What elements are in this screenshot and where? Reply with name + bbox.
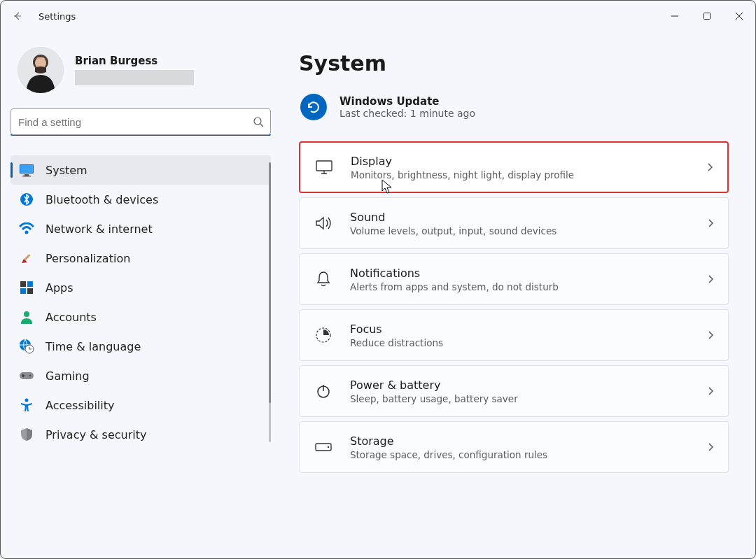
- back-button[interactable]: [1, 10, 34, 22]
- nav: System Bluetooth & devices Network & int…: [10, 155, 271, 449]
- arrow-left-icon: [12, 10, 23, 22]
- sidebar-item-time-language[interactable]: Time & language: [10, 332, 271, 361]
- card-focus[interactable]: Focus Reduce distractions: [299, 309, 729, 361]
- search-icon: [246, 116, 270, 127]
- card-title: Storage: [350, 434, 690, 448]
- avatar-photo: [18, 47, 64, 93]
- profile-block[interactable]: Brian Burgess: [10, 40, 271, 108]
- sidebar-item-label: Gaming: [46, 369, 90, 383]
- monitor-icon: [19, 162, 34, 178]
- sidebar-item-label: Accounts: [46, 311, 97, 324]
- update-subtitle: Last checked: 1 minute ago: [340, 108, 475, 119]
- sidebar-item-label: Apps: [46, 281, 74, 295]
- card-storage[interactable]: Storage Storage space, drives, configura…: [299, 421, 729, 473]
- sidebar-item-bluetooth[interactable]: Bluetooth & devices: [10, 185, 271, 214]
- svg-point-26: [29, 375, 31, 376]
- card-title: Notifications: [350, 267, 690, 280]
- svg-rect-11: [20, 165, 33, 173]
- window-maximize-button[interactable]: [691, 5, 723, 27]
- card-subtitle: Sleep, battery usage, battery saver: [350, 393, 690, 404]
- card-subtitle: Monitors, brightness, night light, displ…: [351, 169, 690, 181]
- card-power-battery[interactable]: Power & battery Sleep, battery usage, ba…: [299, 365, 729, 417]
- paintbrush-icon: [19, 250, 34, 266]
- storage-icon: [314, 437, 333, 457]
- card-subtitle: Volume levels, output, input, sound devi…: [350, 225, 690, 236]
- card-subtitle: Reduce distractions: [350, 337, 690, 348]
- update-icon: [300, 94, 327, 120]
- person-icon: [19, 309, 34, 325]
- svg-rect-18: [27, 281, 33, 287]
- sidebar-item-accounts[interactable]: Accounts: [10, 302, 271, 332]
- svg-rect-12: [24, 174, 29, 176]
- svg-point-15: [25, 231, 29, 234]
- sidebar-item-label: Bluetooth & devices: [46, 193, 158, 206]
- card-display[interactable]: Display Monitors, brightness, night ligh…: [299, 141, 729, 193]
- svg-rect-19: [20, 288, 26, 294]
- svg-rect-30: [316, 161, 332, 171]
- chevron-right-icon: [707, 218, 714, 229]
- globe-clock-icon: [19, 339, 34, 354]
- svg-rect-28: [22, 374, 24, 377]
- windows-update-row[interactable]: Windows Update Last checked: 1 minute ag…: [299, 94, 729, 120]
- close-icon: [735, 12, 743, 20]
- window-minimize-button[interactable]: [659, 5, 691, 27]
- sidebar-item-apps[interactable]: Apps: [10, 273, 271, 302]
- card-title: Sound: [350, 211, 690, 224]
- svg-line-9: [260, 124, 263, 127]
- svg-rect-1: [704, 13, 710, 20]
- avatar: [18, 47, 64, 93]
- bluetooth-icon: [19, 192, 34, 207]
- sidebar-item-gaming[interactable]: Gaming: [10, 361, 271, 390]
- sidebar-item-network[interactable]: Network & internet: [10, 214, 271, 243]
- nav-scrollbar[interactable]: [269, 162, 271, 442]
- content-area: Brian Burgess System Bluetooth & devices: [1, 31, 755, 559]
- accessibility-icon: [19, 397, 34, 413]
- card-title: Power & battery: [350, 378, 690, 392]
- sidebar-item-personalization[interactable]: Personalization: [10, 243, 271, 273]
- window-title: Settings: [38, 11, 76, 22]
- profile-email-redacted: [75, 70, 194, 85]
- chevron-right-icon: [707, 385, 714, 397]
- nav-scrollbar-thumb[interactable]: [269, 162, 271, 403]
- maximize-icon: [703, 12, 711, 20]
- chevron-right-icon: [707, 441, 714, 453]
- svg-point-29: [25, 399, 29, 402]
- sidebar-item-label: Network & internet: [46, 222, 153, 236]
- svg-point-37: [328, 446, 329, 448]
- shield-icon: [19, 427, 34, 442]
- window-close-button[interactable]: [723, 5, 755, 27]
- card-title: Display: [351, 155, 690, 168]
- sidebar-item-privacy[interactable]: Privacy & security: [10, 420, 271, 449]
- svg-rect-16: [24, 254, 30, 260]
- main-panel: System Windows Update Last checked: 1 mi…: [281, 31, 755, 559]
- focus-icon: [314, 325, 333, 345]
- sidebar-item-label: System: [46, 164, 88, 177]
- card-subtitle: Alerts from apps and system, do not dist…: [350, 281, 690, 292]
- sidebar-item-label: Personalization: [46, 252, 130, 265]
- card-notifications[interactable]: Notifications Alerts from apps and syste…: [299, 253, 729, 305]
- search-input[interactable]: [11, 116, 246, 128]
- bell-icon: [314, 269, 333, 289]
- gamepad-icon: [19, 368, 34, 383]
- mouse-cursor: [382, 179, 393, 196]
- apps-icon: [19, 280, 34, 295]
- svg-rect-20: [27, 288, 33, 294]
- sidebar-item-label: Accessibility: [46, 399, 114, 412]
- svg-rect-17: [20, 281, 26, 287]
- chevron-right-icon: [706, 162, 713, 173]
- chevron-right-icon: [707, 330, 714, 341]
- update-title: Windows Update: [340, 95, 475, 108]
- search-box[interactable]: [10, 108, 271, 135]
- svg-point-21: [24, 311, 29, 317]
- page-title: System: [299, 51, 729, 76]
- chevron-right-icon: [707, 274, 714, 285]
- sidebar-item-system[interactable]: System: [10, 155, 271, 185]
- power-icon: [314, 381, 333, 401]
- sidebar-item-accessibility[interactable]: Accessibility: [10, 390, 271, 420]
- card-sound[interactable]: Sound Volume levels, output, input, soun…: [299, 197, 729, 249]
- title-bar: Settings: [1, 1, 755, 31]
- display-icon: [314, 157, 334, 177]
- svg-rect-13: [22, 176, 31, 177]
- sidebar: Brian Burgess System Bluetooth & devices: [1, 31, 281, 559]
- sound-icon: [314, 213, 333, 233]
